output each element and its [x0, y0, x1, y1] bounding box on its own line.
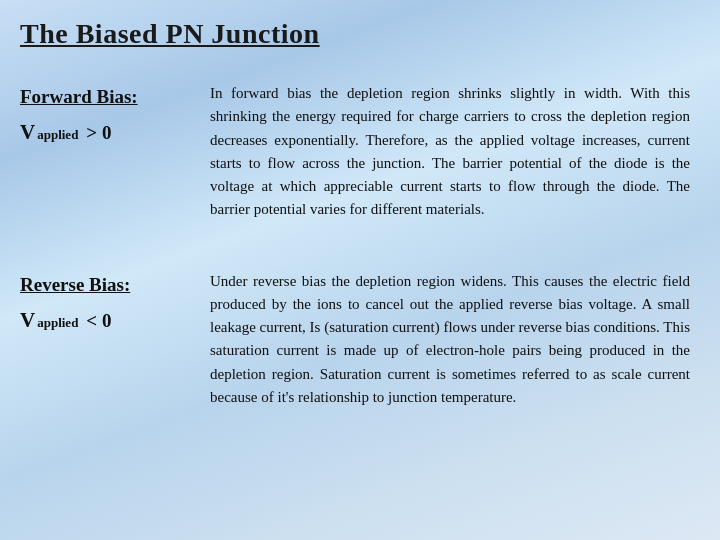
forward-bias-heading: Forward Bias: — [20, 86, 200, 108]
forward-formula-subscript: applied — [37, 127, 78, 143]
reverse-formula-v: V — [20, 308, 35, 333]
forward-bias-formula: Vapplied> 0 — [20, 120, 200, 145]
divider — [20, 242, 690, 260]
forward-bias-section: Forward Bias: Vapplied> 0 In forward bia… — [20, 72, 690, 232]
reverse-bias-left: Reverse Bias: Vapplied< 0 — [20, 270, 210, 333]
forward-bias-left: Forward Bias: Vapplied> 0 — [20, 82, 210, 145]
reverse-bias-section: Reverse Bias: Vapplied< 0 Under reverse … — [20, 260, 690, 420]
title-area: The Biased PN Junction — [20, 18, 690, 50]
forward-bias-text: In forward bias the depletion region shr… — [210, 82, 690, 222]
forward-formula-v: V — [20, 120, 35, 145]
page-title: The Biased PN Junction — [20, 18, 690, 50]
reverse-formula-subscript: applied — [37, 315, 78, 331]
reverse-bias-formula: Vapplied< 0 — [20, 308, 200, 333]
content-area: Forward Bias: Vapplied> 0 In forward bia… — [20, 72, 690, 429]
forward-formula-operator: > 0 — [86, 122, 111, 144]
reverse-bias-heading: Reverse Bias: — [20, 274, 200, 296]
reverse-formula-operator: < 0 — [86, 310, 111, 332]
page-container: The Biased PN Junction Forward Bias: Vap… — [0, 0, 720, 540]
reverse-bias-text: Under reverse bias the depletion region … — [210, 270, 690, 410]
